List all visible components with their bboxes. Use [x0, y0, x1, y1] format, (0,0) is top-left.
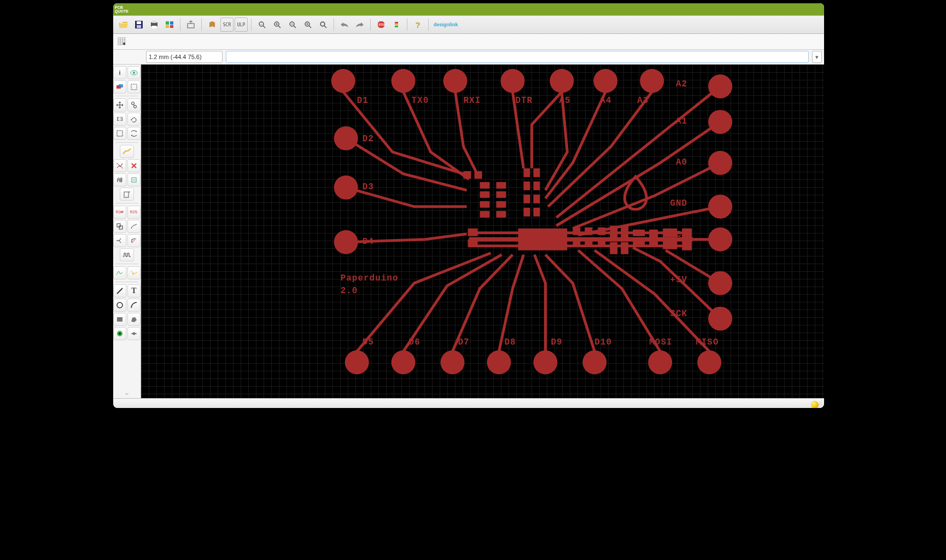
svg-point-40: [119, 332, 121, 335]
show-tool[interactable]: [127, 66, 141, 79]
change-tool[interactable]: [127, 127, 141, 140]
pcbquote-button[interactable]: PCBQUOTE: [113, 3, 824, 15]
svg-rect-31: [117, 131, 122, 136]
add-tool[interactable]: [120, 188, 134, 201]
polygon-tool[interactable]: [127, 313, 141, 326]
board-canvas[interactable]: D1 TX0 RXI DTR A5 A4 A3 A2 A1 A0 GND VCC…: [141, 65, 824, 398]
board-name-line1: Paperduino: [341, 273, 399, 283]
mirror-tool[interactable]: E∃: [113, 113, 126, 126]
label-rxi: RXI: [464, 96, 481, 106]
svg-rect-20: [395, 22, 398, 24]
redraw-button[interactable]: [301, 18, 315, 31]
cam-button[interactable]: [162, 18, 177, 31]
value-tool[interactable]: [127, 173, 141, 186]
svg-rect-81: [523, 195, 530, 203]
smash-tool[interactable]: [127, 220, 141, 233]
svg-rect-21: [395, 24, 398, 26]
ulp-button[interactable]: ULP: [235, 18, 248, 32]
svg-rect-28: [131, 84, 137, 90]
svg-rect-77: [523, 168, 530, 177]
svg-point-30: [134, 106, 137, 108]
rotate-tool[interactable]: [127, 113, 141, 126]
label-miso: MISO: [696, 337, 719, 347]
command-history-dropdown[interactable]: ▾: [812, 51, 822, 63]
svg-rect-79: [523, 182, 530, 190]
svg-point-64: [582, 351, 606, 375]
svg-rect-82: [533, 195, 540, 203]
rect-tool[interactable]: [113, 313, 126, 326]
status-bar: [113, 398, 824, 408]
resize-grip-icon[interactable]: [815, 399, 823, 407]
delete-tool[interactable]: [127, 159, 141, 172]
save-button[interactable]: [132, 18, 146, 31]
text-tool[interactable]: T: [127, 284, 141, 298]
zoom-in-button[interactable]: [270, 18, 284, 31]
svg-rect-78: [533, 168, 540, 177]
move-tool[interactable]: [113, 98, 126, 112]
svg-point-23: [123, 43, 125, 45]
miter-tool[interactable]: [127, 234, 141, 247]
label-mosi: MOSI: [649, 337, 672, 347]
tool-palette: i E∃ R2⇄R2⇅ T: [113, 65, 141, 398]
group-tool[interactable]: [113, 127, 126, 140]
name-tool[interactable]: [113, 173, 126, 186]
layers-tool[interactable]: [113, 80, 126, 94]
library-button[interactable]: [205, 18, 219, 31]
svg-rect-74: [496, 191, 506, 198]
designlink-button[interactable]: designlink: [432, 19, 460, 30]
svg-rect-72: [480, 211, 489, 218]
label-d8: D8: [504, 337, 516, 347]
label-dtr: DTR: [515, 96, 533, 106]
svg-point-57: [334, 176, 358, 200]
go-button[interactable]: [389, 18, 404, 31]
help-button[interactable]: ?: [411, 18, 425, 31]
svg-point-66: [697, 351, 721, 375]
label-d4: D4: [363, 237, 374, 247]
board-schematic-switch-button[interactable]: [184, 18, 198, 31]
wire-tool[interactable]: [113, 284, 126, 298]
svg-point-36: [117, 302, 122, 308]
label-5v: +5V: [670, 275, 687, 285]
replace-tool[interactable]: [113, 220, 126, 233]
undo-button[interactable]: [337, 18, 352, 31]
grid-icon[interactable]: [116, 36, 127, 47]
meander-tool[interactable]: [120, 248, 134, 261]
script-button[interactable]: SCR: [220, 18, 233, 32]
redo-button[interactable]: [353, 18, 367, 31]
board-name-line2: 2.0: [341, 286, 358, 296]
copy-tool[interactable]: [127, 98, 141, 112]
gateswap-tool[interactable]: R2⇅: [127, 206, 141, 219]
zoom-out-button[interactable]: [285, 18, 300, 31]
svg-point-47: [593, 69, 617, 93]
arc-tool[interactable]: [127, 299, 141, 312]
svg-point-59: [345, 351, 369, 375]
app-window: 1 Board - /Users/analisarusso/Dropbox/El…: [113, 3, 824, 408]
svg-rect-75: [496, 201, 506, 208]
optimize-tool[interactable]: [113, 266, 126, 279]
mark-tool[interactable]: [127, 80, 141, 94]
stop-button[interactable]: STOP: [374, 18, 388, 31]
print-button[interactable]: [147, 18, 161, 31]
more-tools-icon[interactable]: ⌄: [124, 388, 130, 396]
svg-point-45: [500, 69, 524, 93]
label-a4: A4: [600, 96, 611, 106]
label-a1: A1: [676, 116, 687, 126]
autoroute-tool[interactable]: [127, 266, 141, 279]
svg-rect-3: [151, 22, 157, 26]
info-tool[interactable]: i: [113, 66, 126, 79]
open-button[interactable]: [116, 18, 131, 31]
ripup-tool[interactable]: [113, 159, 126, 172]
via-tool[interactable]: [113, 327, 126, 340]
svg-rect-95: [621, 242, 628, 254]
split-tool[interactable]: [113, 234, 126, 247]
svg-rect-37: [117, 317, 122, 322]
route-tool[interactable]: [120, 145, 134, 158]
zoom-fit-button[interactable]: –: [255, 18, 269, 31]
hole-tool[interactable]: [127, 327, 141, 340]
label-d7: D7: [458, 337, 470, 347]
command-input[interactable]: [226, 51, 809, 63]
circle-tool[interactable]: [113, 299, 126, 312]
command-bar: 1.2 mm (-44.4 75.6) ▾: [113, 50, 824, 65]
pinswap-tool[interactable]: R2⇄: [113, 206, 126, 219]
zoom-select-button[interactable]: [316, 18, 330, 31]
